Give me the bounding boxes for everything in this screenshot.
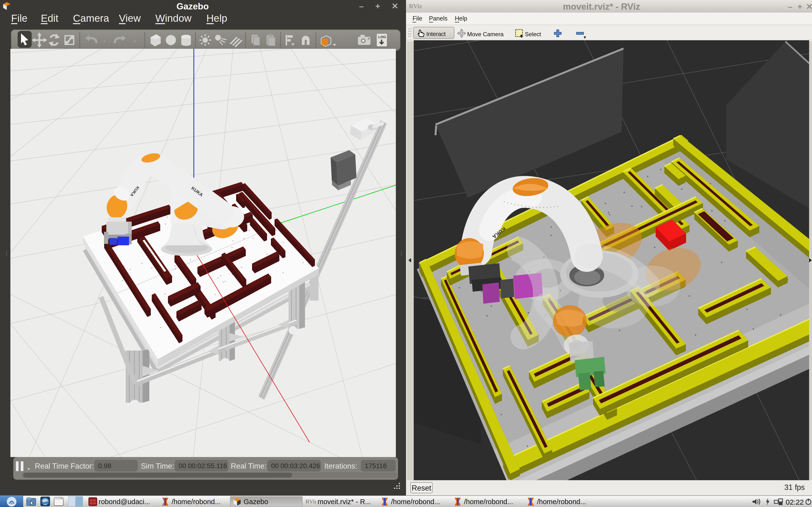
svg-text:RViz: RViz: [305, 499, 316, 505]
svg-text:LOG: LOG: [378, 35, 386, 39]
